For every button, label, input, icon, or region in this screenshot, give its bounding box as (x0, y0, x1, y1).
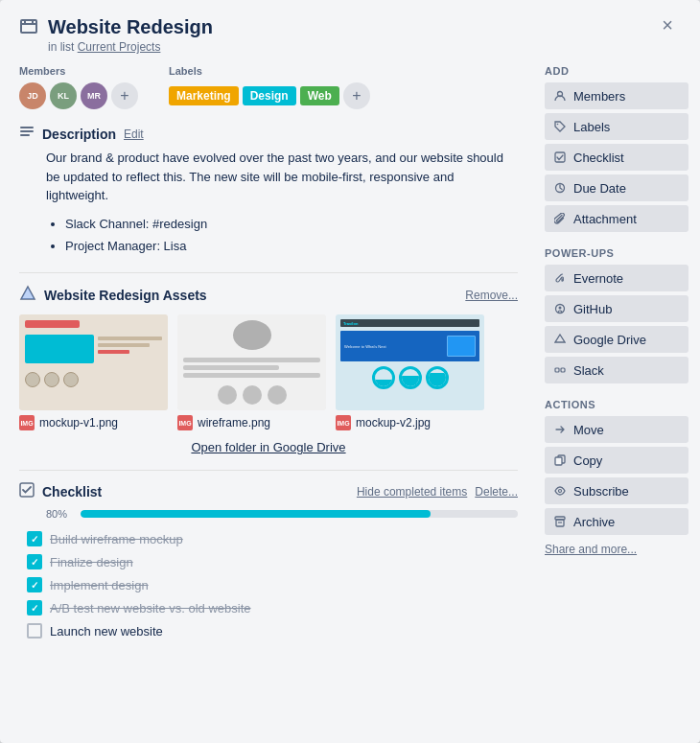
attachments-title: Website Redesign Assets (44, 288, 207, 303)
subscribe-button[interactable]: Subscribe (545, 477, 688, 504)
svg-rect-17 (555, 368, 559, 372)
hide-completed-link[interactable]: Hide completed items (357, 485, 467, 499)
description-icon (19, 125, 35, 143)
checklist-item-2: ✓ Finalize design (27, 550, 518, 573)
add-attachment-button[interactable]: Attachment (545, 205, 688, 232)
checkbox-3[interactable]: ✓ (27, 577, 42, 592)
move-button[interactable]: Move (545, 416, 688, 443)
modal-header: Website Redesign in list Current Project… (0, 0, 700, 54)
drive-icon (19, 285, 36, 305)
progress-pct: 80% (46, 508, 73, 520)
progress-row: 80% (19, 508, 518, 520)
github-button[interactable]: GitHub (545, 295, 688, 322)
slack-label: Slack (573, 363, 604, 378)
copy-button[interactable]: Copy (545, 447, 688, 474)
archive-icon (552, 514, 568, 529)
add-member-button[interactable]: + (111, 82, 138, 109)
svg-rect-6 (20, 134, 30, 136)
svg-marker-8 (21, 287, 35, 299)
label-web[interactable]: Web (300, 86, 339, 105)
svg-rect-0 (21, 20, 36, 33)
label-design[interactable]: Design (243, 86, 296, 105)
evernote-button[interactable]: Evernote (545, 265, 688, 291)
modal-title: Website Redesign (48, 15, 644, 38)
checklist-header: Checklist Hide completed items Delete... (19, 482, 518, 500)
attachment-item-3: Travilon Welcome to What's Next (336, 314, 484, 430)
members-section: Members JD KL MR + (19, 65, 138, 109)
add-labels-button[interactable]: Labels (545, 113, 688, 140)
labels-label: Labels (169, 65, 370, 77)
attachments-header-left: Website Redesign Assets (19, 285, 207, 305)
add-duedate-label: Due Date (573, 181, 626, 196)
attachment-name-2: IMG wireframe.png (177, 415, 326, 430)
description-title: Description (42, 127, 116, 142)
attachment-item-2: IMG wireframe.png (177, 314, 326, 430)
delete-checklist-link[interactable]: Delete... (475, 485, 518, 499)
share-link[interactable]: Share and more... (545, 539, 688, 560)
list-item: Project Manager: Lisa (65, 235, 518, 257)
attachment-thumb-2[interactable] (177, 314, 326, 410)
checklist-header-left: Checklist (19, 482, 102, 500)
archive-button[interactable]: Archive (545, 508, 688, 535)
remove-attachments-link[interactable]: Remove... (465, 289, 518, 302)
checkbox-4[interactable]: ✓ (27, 600, 42, 615)
checklist-item-5: Launch new website (27, 619, 518, 642)
svg-rect-5 (20, 130, 34, 132)
checklist-label-2: Finalize design (50, 555, 133, 569)
powerups-section-title: Power-Ups (545, 247, 688, 259)
googledrive-label: Google Drive (573, 333, 646, 347)
list-item: Slack Channel: #redesign (65, 213, 518, 235)
add-label-button[interactable]: + (343, 82, 370, 109)
labels-section: Labels Marketing Design Web + (169, 65, 370, 109)
googledrive-button[interactable]: Google Drive (545, 326, 688, 353)
checklist-label-3: Implement design (50, 578, 149, 592)
svg-point-15 (559, 307, 562, 310)
add-attachment-label: Attachment (573, 212, 637, 226)
avatar-3[interactable]: MR (81, 82, 107, 109)
evernote-icon (552, 270, 568, 286)
file-icon-3: IMG (336, 415, 351, 430)
slack-button[interactable]: Slack (545, 357, 688, 383)
avatar-1[interactable]: JD (19, 82, 46, 109)
label-marketing[interactable]: Marketing (169, 86, 239, 105)
add-duedate-button[interactable]: Due Date (545, 174, 688, 201)
add-members-button[interactable]: Members (545, 82, 688, 109)
attachments-section: Website Redesign Assets Remove... (19, 272, 518, 454)
card-icon (19, 17, 38, 39)
add-members-label: Members (573, 89, 625, 104)
progress-bar-fill (81, 510, 431, 518)
checklist-section: Checklist Hide completed items Delete...… (19, 470, 518, 642)
add-checklist-button[interactable]: Checklist (545, 144, 688, 171)
googledrive-icon (552, 332, 568, 347)
copy-icon (552, 453, 568, 468)
svg-rect-4 (20, 127, 34, 128)
checklist-title: Checklist (42, 484, 102, 499)
attachment-thumb-1[interactable] (19, 314, 168, 410)
tag-icon (552, 119, 568, 134)
attachments-header: Website Redesign Assets Remove... (19, 285, 518, 305)
header-title-area: Website Redesign in list Current Project… (48, 15, 644, 54)
checkbox-5[interactable] (27, 623, 42, 639)
list-link[interactable]: Current Projects (78, 40, 161, 54)
checklist-label-1: Build wireframe mockup (50, 532, 183, 546)
description-text: Our brand & product have evolved over th… (19, 149, 518, 205)
checklist-icon (19, 482, 35, 500)
checklist-item-1: ✓ Build wireframe mockup (27, 527, 518, 550)
move-icon (552, 422, 568, 437)
add-labels-label: Labels (573, 120, 610, 134)
svg-point-11 (557, 124, 559, 126)
checklist-items: ✓ Build wireframe mockup ✓ Finalize desi… (19, 527, 518, 642)
open-folder-link[interactable]: Open folder in Google Drive (19, 440, 518, 454)
description-list: Slack Channel: #redesign Project Manager… (19, 213, 518, 258)
progress-bar (81, 510, 518, 518)
close-button[interactable]: × (654, 12, 681, 38)
checkbox-1[interactable]: ✓ (27, 531, 42, 546)
avatar-2[interactable]: KL (50, 82, 77, 109)
checklist-actions: Hide completed items Delete... (357, 485, 518, 499)
svg-rect-18 (561, 368, 565, 372)
checkbox-2[interactable]: ✓ (27, 554, 42, 569)
attachment-thumb-3[interactable]: Travilon Welcome to What's Next (336, 314, 484, 410)
svg-rect-20 (555, 457, 562, 465)
description-edit-button[interactable]: Edit (124, 128, 144, 141)
actions-section-title: Actions (545, 399, 688, 410)
